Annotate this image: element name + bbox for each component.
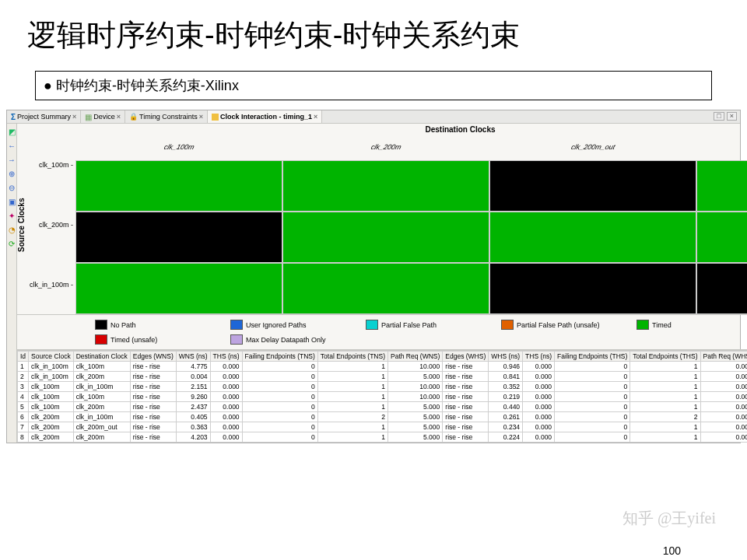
tab-bar: Project Summary×Device×Timing Constraint… [7,110,740,124]
col-header[interactable]: Id [18,352,29,362]
cell: 8 [18,432,29,443]
timing-table[interactable]: IdSource ClockDestination ClockEdges (WN… [17,351,747,443]
cell: 0 [242,392,317,402]
toolbar-sidebar: ◩ ← → ⊕ ⊖ ▣ ✦ ◔ ⟳ [7,124,17,443]
cell: 1 [317,372,388,382]
col-header[interactable]: Total Endpoints (TNS) [317,352,388,362]
close-icon[interactable]: × [727,112,737,121]
cell: 0.000 [210,412,242,422]
tab-close-icon[interactable]: × [72,113,76,121]
col-header[interactable]: Failing Endpoints (TNS) [242,352,317,362]
cell: 10.000 [388,362,443,372]
cell: clk_in_100m [73,412,130,422]
cell: 0.000 [523,412,555,422]
cell: rise - rise [130,362,176,372]
cell: 0.000 [523,372,555,382]
y-tick: clk_100m - [39,161,73,169]
matrix-cell[interactable] [489,212,696,263]
tab-close-icon[interactable]: × [117,113,121,121]
table-row[interactable]: 2clk_in_100mclk_200mrise - rise0.0040.00… [18,372,748,382]
cell: rise - rise [443,412,489,422]
cell: 0.000 [210,362,242,372]
col-header[interactable]: Source Clock [29,352,74,362]
col-header[interactable]: WHS (ns) [489,352,523,362]
tab-label: Device [93,113,115,121]
cell: 0.000 [523,362,555,372]
watermark: 知乎 @王yifei [622,508,716,529]
tab-1[interactable]: Device× [81,110,125,123]
settings-icon[interactable]: ✦ [7,211,16,220]
cell: rise - rise [130,412,176,422]
cell: rise - rise [443,382,489,392]
legend-swatch [366,320,378,330]
tab-2[interactable]: Timing Constraints× [125,110,208,123]
cell: 0.363 [176,422,210,432]
col-header[interactable]: WNS (ns) [176,352,210,362]
table-row[interactable]: 5clk_100mclk_200mrise - rise2.4370.00001… [18,402,748,412]
cell: 0.000 [210,402,242,412]
lock-icon [129,113,138,121]
arrow-left-icon[interactable]: ← [7,141,16,150]
cell: 0.946 [489,362,523,372]
refresh-icon[interactable]: ⟳ [7,239,16,248]
clock-icon[interactable]: ◔ [7,225,16,234]
cell: 0.000 [523,392,555,402]
col-header[interactable]: THS (ns) [523,352,555,362]
col-header[interactable]: Failing Endpoints (THS) [555,352,630,362]
tab-0[interactable]: Project Summary× [7,110,81,123]
matrix-cell[interactable] [696,263,747,314]
cell: 0.000 [700,422,747,432]
cell: 0 [555,412,630,422]
col-header[interactable]: Edges (WHS) [443,352,489,362]
matrix-cell[interactable] [696,212,747,263]
cell: 0 [555,362,630,372]
cell: 0 [242,382,317,392]
table-row[interactable]: 4clk_100mclk_100mrise - rise9.2600.00001… [18,392,748,402]
y-axis-label: Source Clocks [17,135,28,314]
zoom-in-icon[interactable]: ⊕ [7,169,16,178]
cell: 0 [555,422,630,432]
table-row[interactable]: 1clk_in_100mclk_100mrise - rise4.7750.00… [18,362,748,372]
legend-swatch [230,334,243,345]
col-header[interactable]: Destination Clock [73,352,130,362]
legend-item: Partial False Path (unsafe) [501,320,618,330]
restore-icon[interactable]: □ [714,112,724,121]
cell: 0 [555,372,630,382]
cell: rise - rise [443,392,489,402]
table-row[interactable]: 7clk_200mclk_200m_outrise - rise0.3630.0… [18,422,748,432]
cell: 5.000 [388,432,443,443]
cell: 0.000 [523,432,555,443]
tab-close-icon[interactable]: × [314,113,317,121]
clock-interaction-matrix[interactable] [75,160,747,314]
col-header[interactable]: Path Req (WHS) [700,352,747,362]
table-row[interactable]: 3clk_100mclk_in_100mrise - rise2.1510.00… [18,382,748,392]
legend-item: No Path [95,320,212,330]
cell: 2.151 [176,382,210,392]
zoom-fit-icon[interactable]: ▣ [7,197,16,206]
cell: 1 [317,422,388,432]
col-header[interactable]: Total Endpoints (THS) [630,352,700,362]
matrix-cell[interactable] [75,212,282,263]
col-header[interactable]: THS (ns) [210,352,242,362]
legend-swatch [230,320,243,330]
matrix-cell[interactable] [75,263,282,314]
arrow-right-icon[interactable]: → [7,155,16,164]
cell: 5.000 [388,422,443,432]
tool-select-icon[interactable]: ◩ [7,127,16,136]
table-row[interactable]: 8clk_200mclk_200mrise - rise4.2030.00001… [18,432,748,443]
matrix-cell[interactable] [489,263,696,314]
col-header[interactable]: Edges (WNS) [130,352,176,362]
cell: 10.000 [388,382,443,392]
cell: 2 [630,412,700,422]
tab-close-icon[interactable]: × [199,113,203,121]
zoom-out-icon[interactable]: ⊖ [7,183,16,192]
table-row[interactable]: 6clk_200mclk_in_100mrise - rise0.4050.00… [18,412,748,422]
col-header[interactable]: Path Req (WNS) [388,352,443,362]
matrix-cell[interactable] [282,212,489,263]
tab-3[interactable]: Clock Interaction - timing_1× [208,110,322,123]
cell: 0.000 [210,382,242,392]
cell: rise - rise [443,432,489,443]
cell: clk_100m [73,392,130,402]
matrix-cell[interactable] [282,263,489,314]
cell: clk_200m [73,372,130,382]
